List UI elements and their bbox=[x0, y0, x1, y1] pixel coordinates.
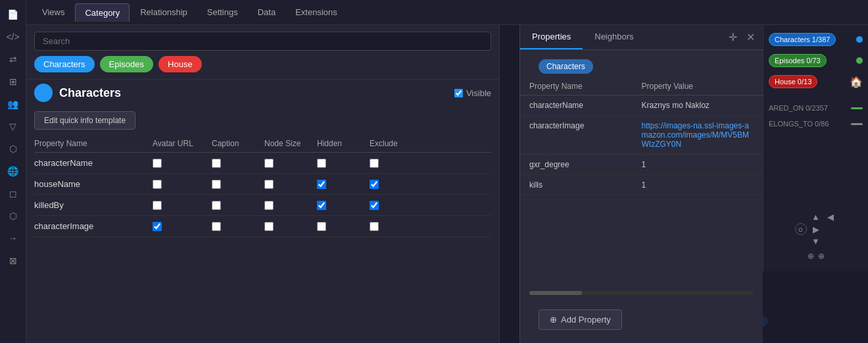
tab-properties[interactable]: Properties bbox=[520, 25, 583, 49]
stat-belongs-label: ELONGS_TO 0/86 bbox=[769, 120, 829, 128]
sidebar-icon-grid[interactable]: ⊞ bbox=[4, 72, 22, 91]
stat-characters[interactable]: Characters 1/387 bbox=[763, 30, 868, 49]
row-hidden-check[interactable] bbox=[317, 180, 326, 189]
row-caption-check[interactable] bbox=[212, 222, 221, 231]
nav-up-arrow[interactable]: ▲ bbox=[809, 212, 823, 222]
properties-panel: Properties Neighbors ✛ ✕ Characters Prop… bbox=[519, 25, 763, 343]
row-prop-name: characterName bbox=[34, 158, 153, 168]
tab-category[interactable]: Category bbox=[75, 3, 130, 22]
props-tab-icons: ✛ ✕ bbox=[726, 25, 763, 49]
sidebar-icon-arrow[interactable]: → bbox=[4, 229, 22, 248]
row-caption-check[interactable] bbox=[212, 159, 221, 168]
sidebar-icon-box[interactable]: ◻ bbox=[4, 184, 22, 203]
search-input[interactable] bbox=[34, 32, 491, 51]
category-header: Characters Visible bbox=[26, 79, 499, 106]
row-exclude-check[interactable] bbox=[370, 180, 379, 189]
nav-left-arrow[interactable]: ◀ bbox=[824, 212, 837, 222]
tab-relationship[interactable]: Relationship bbox=[131, 3, 197, 21]
close-icon[interactable]: ✕ bbox=[744, 28, 758, 46]
stat-characters-badge: Characters 1/387 bbox=[769, 33, 836, 46]
characters-badge[interactable]: Characters bbox=[539, 59, 593, 74]
move-icon[interactable]: ✛ bbox=[726, 28, 740, 46]
stat-belongs-to[interactable]: ELONGS_TO 0/86 bbox=[763, 117, 868, 130]
prop-row: kills 1 bbox=[520, 175, 763, 196]
col-header-exclude: Exclude bbox=[370, 139, 422, 148]
table-row: killedBy bbox=[34, 195, 491, 216]
table-row: houseName bbox=[34, 174, 491, 195]
sidebar-icon-filter[interactable]: ▽ bbox=[4, 117, 22, 136]
stat-episodes[interactable]: Episodes 0/73 bbox=[763, 51, 868, 70]
prop-col-key: Property Name bbox=[529, 82, 642, 91]
prop-table-header: Property Name Property Value bbox=[520, 78, 763, 95]
sidebar-left: 📄 </> ⇄ ⊞ 👥 ▽ ⬡ 🌐 ◻ ⬡ → ⊠ bbox=[0, 0, 26, 343]
right-panel: Properties Neighbors ✛ ✕ Characters Prop… bbox=[500, 25, 868, 343]
nav-zoom-in[interactable]: ⊕ bbox=[818, 251, 825, 261]
tab-extensions[interactable]: Extensions bbox=[286, 3, 347, 21]
row-caption-check[interactable] bbox=[212, 180, 221, 189]
stat-shared-on[interactable]: ARED_ON 0/2357 bbox=[763, 101, 868, 115]
tab-views[interactable]: Views bbox=[33, 3, 74, 21]
tab-settings[interactable]: Settings bbox=[198, 3, 247, 21]
edit-quick-info-button[interactable]: Edit quick info template bbox=[34, 111, 135, 130]
row-avatar-check[interactable] bbox=[153, 159, 162, 168]
prop-value-link[interactable]: https://images-na.ssl-images-amazon.com/… bbox=[642, 121, 754, 149]
row-caption-check[interactable] bbox=[212, 201, 221, 210]
right-stats: Characters 1/387 Episodes 0/73 House 0/1… bbox=[763, 25, 868, 271]
props-tabs: Properties Neighbors ✛ ✕ bbox=[520, 25, 763, 50]
prop-key: characterName bbox=[529, 101, 642, 110]
sidebar-icon-people[interactable]: 👥 bbox=[4, 95, 22, 113]
sidebar-icon-swap[interactable]: ⇄ bbox=[4, 50, 22, 68]
sidebar-icon-code[interactable]: </> bbox=[4, 28, 22, 46]
nav-center[interactable]: ○ bbox=[795, 223, 807, 235]
row-exclude-check[interactable] bbox=[370, 222, 379, 231]
nav-right-arrow[interactable]: ▶ bbox=[809, 223, 823, 235]
sidebar-icon-hierarchy[interactable]: ⬡ bbox=[4, 140, 22, 158]
visible-toggle[interactable]: Visible bbox=[454, 88, 491, 98]
sidebar-icon-grid2[interactable]: ⊠ bbox=[4, 251, 22, 270]
row-avatar-check[interactable] bbox=[153, 201, 162, 210]
tag-characters[interactable]: Characters bbox=[34, 56, 95, 72]
tag-episodes[interactable]: Episodes bbox=[100, 56, 153, 72]
row-hidden-check[interactable] bbox=[317, 201, 326, 210]
row-nodesize-check[interactable] bbox=[264, 222, 274, 231]
stat-episodes-badge: Episodes 0/73 bbox=[769, 54, 827, 67]
col-header-name: Property Name bbox=[34, 139, 153, 148]
stat-shared-label: ARED_ON 0/2357 bbox=[769, 104, 828, 112]
prop-col-value: Property Value bbox=[642, 82, 754, 91]
left-panel: Characters Episodes House Characters Vis… bbox=[26, 25, 500, 343]
top-nav: Views Category Relationship Settings Dat… bbox=[26, 0, 868, 25]
nav-down-arrow[interactable]: ▼ bbox=[809, 236, 823, 246]
sidebar-icon-file[interactable]: 📄 bbox=[4, 5, 22, 24]
visible-checkbox[interactable] bbox=[454, 89, 463, 97]
tab-neighbors[interactable]: Neighbors bbox=[583, 25, 645, 49]
sidebar-icon-hexagon[interactable]: ⬡ bbox=[4, 207, 22, 225]
sidebar-icon-globe[interactable]: 🌐 bbox=[4, 162, 22, 180]
add-property-label: Add Property bbox=[561, 315, 611, 325]
row-hidden-check[interactable] bbox=[317, 222, 326, 231]
tab-data[interactable]: Data bbox=[249, 3, 285, 21]
row-avatar-check[interactable] bbox=[153, 222, 162, 231]
row-nodesize-check[interactable] bbox=[264, 201, 274, 210]
prop-row: characterName Kraznys mo Nakloz bbox=[520, 95, 763, 116]
stat-dot-episodes bbox=[856, 57, 863, 64]
prop-value: Kraznys mo Nakloz bbox=[642, 101, 754, 110]
table-header-row: Property Name Avatar URL Caption Node Si… bbox=[34, 135, 491, 153]
stat-dot-characters bbox=[856, 36, 863, 43]
row-exclude-check[interactable] bbox=[370, 201, 379, 210]
prop-value: 1 bbox=[642, 180, 754, 190]
tag-house[interactable]: House bbox=[158, 56, 202, 72]
row-nodesize-check[interactable] bbox=[264, 180, 274, 189]
col-header-hidden: Hidden bbox=[317, 139, 370, 148]
row-exclude-check[interactable] bbox=[370, 159, 379, 168]
col-header-caption: Caption bbox=[212, 139, 264, 148]
row-hidden-check[interactable] bbox=[317, 159, 326, 168]
stat-house[interactable]: House 0/13 🏠 bbox=[763, 72, 868, 91]
category-tags: Characters Episodes House bbox=[26, 56, 499, 79]
add-property-button[interactable]: ⊕ Add Property bbox=[539, 309, 622, 330]
row-avatar-check[interactable] bbox=[153, 180, 162, 189]
col-header-nodesize: Node Size bbox=[264, 139, 317, 148]
prop-row: gxr_degree 1 bbox=[520, 155, 763, 175]
stat-house-icon: 🏠 bbox=[850, 76, 863, 88]
row-nodesize-check[interactable] bbox=[264, 159, 274, 168]
nav-zoom-out[interactable]: ⊕ bbox=[808, 251, 814, 261]
